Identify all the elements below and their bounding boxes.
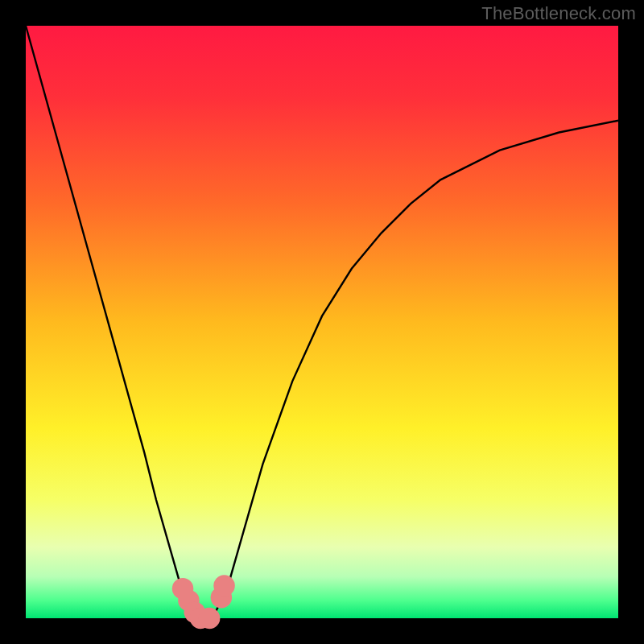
chart-svg [0, 0, 644, 644]
attribution-text: TheBottleneck.com [481, 3, 636, 24]
plot-background [26, 26, 618, 618]
chart-frame: TheBottleneck.com [0, 0, 644, 644]
marker-g [213, 575, 235, 597]
marker-e [199, 608, 221, 630]
